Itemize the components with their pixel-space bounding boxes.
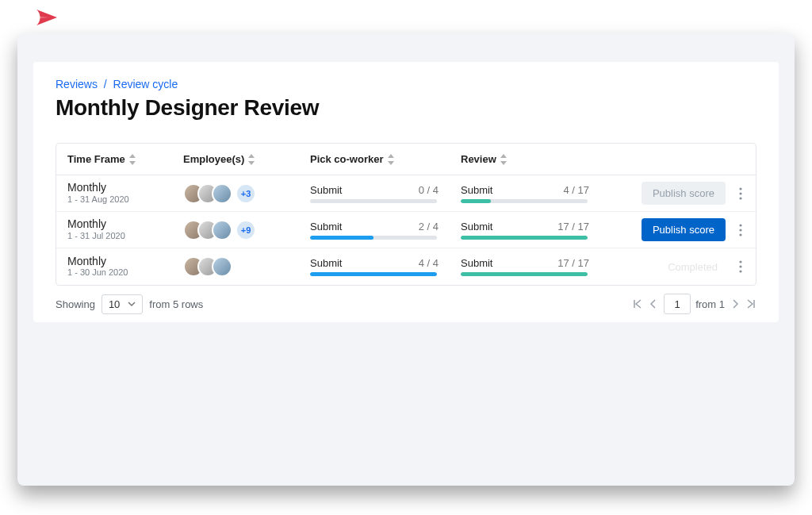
publish-score-button: Publish score [642,182,726,205]
progress-fill [461,199,491,203]
progress-bar [461,272,588,276]
app-logo [33,8,65,30]
kebab-icon [739,224,742,236]
sort-icon [128,154,136,165]
last-page-icon[interactable] [745,298,756,309]
date-range: 1 - 31 Jul 2020 [67,231,183,241]
progress-count: 2 / 4 [419,221,439,233]
cell-employees [183,256,310,277]
row-menu-button[interactable] [733,183,748,204]
cell-pick-coworker: Submit4 / 4 [310,257,461,276]
kebab-icon [739,260,742,273]
cell-time-frame: Monthly1 - 31 Jul 2020 [56,218,183,241]
svg-point-6 [739,260,741,263]
progress-count: 4 / 4 [419,257,439,269]
progress-bar [461,199,588,203]
col-time-frame[interactable]: Time Frame [56,153,183,165]
cell-time-frame: Monthly1 - 30 Jun 2020 [56,256,183,279]
chevron-down-icon [128,300,136,308]
breadcrumb: Reviews / Review cycle [33,62,779,94]
progress-bar [310,272,437,276]
from-pages-label: from 1 [695,298,725,310]
svg-point-7 [739,265,741,267]
svg-point-0 [739,187,741,190]
date-range: 1 - 30 Jun 2020 [67,267,183,278]
from-rows-label: from 5 rows [149,298,203,310]
progress-fill [461,236,588,240]
progress-fill [310,272,437,276]
content-card: Reviews / Review cycle Monthly Designer … [33,62,779,322]
col-review[interactable]: Review [461,153,611,165]
breadcrumb-separator: / [104,78,107,90]
cell-review: Submit17 / 17 [461,221,611,240]
svg-point-1 [739,192,741,194]
progress-fill [310,236,373,240]
progress-label: Submit [461,184,492,196]
per-page-select[interactable]: 10 [102,294,143,314]
progress-label: Submit [461,257,492,269]
cell-action: Publish score [611,182,756,205]
col-pick-coworker[interactable]: Pick co-worker [310,153,461,165]
kebab-icon [739,187,742,200]
row-menu-button[interactable] [733,220,748,240]
review-table: Time Frame Employee(s) Pick co-worker Re… [56,143,756,286]
cell-action: Publish score [611,218,756,241]
avatar [212,256,232,277]
period-label: Monthly [67,256,183,267]
prev-page-icon[interactable] [648,298,659,309]
progress-label: Submit [310,221,342,233]
progress-bar [310,236,437,240]
next-page-icon[interactable] [730,298,741,309]
col-pick-label: Pick co-worker [310,153,384,165]
progress-count: 17 / 17 [557,221,589,233]
progress-count: 4 / 17 [563,184,589,196]
sort-icon [387,154,395,165]
publish-score-button[interactable]: Publish score [642,218,726,241]
col-time-label: Time Frame [67,153,125,165]
cell-pick-coworker: Submit2 / 4 [310,221,461,240]
cell-pick-coworker: Submit0 / 4 [310,184,461,203]
breadcrumb-root[interactable]: Reviews [56,78,98,90]
col-review-label: Review [461,153,496,165]
sort-icon [247,154,255,165]
table-row: Monthly1 - 31 Jul 2020+9Submit2 / 4Submi… [56,212,756,248]
page-number-input[interactable]: 1 [664,294,691,314]
footer-left: Showing 10 from 5 rows [56,294,203,314]
cell-time-frame: Monthly1 - 31 Aug 2020 [56,182,183,205]
avatar-overflow-count[interactable]: +3 [236,183,256,204]
table-row: Monthly1 - 31 Aug 2020+3Submit0 / 4Submi… [56,175,756,212]
progress-label: Submit [461,221,492,233]
progress-count: 0 / 4 [419,184,439,196]
page-number-value: 1 [675,298,680,310]
first-page-icon[interactable] [632,298,643,309]
avatar [212,183,232,204]
cell-employees: +3 [183,183,310,204]
period-label: Monthly [67,218,183,230]
table-header: Time Frame Employee(s) Pick co-worker Re… [56,144,756,175]
avatar-overflow-count[interactable]: +9 [236,220,256,240]
cell-review: Submit17 / 17 [461,257,611,276]
svg-point-3 [739,224,741,226]
progress-fill [461,272,588,276]
page-title: Monthly Designer Review [33,94,779,135]
progress-label: Submit [310,184,342,196]
svg-point-8 [739,270,741,272]
breadcrumb-current[interactable]: Review cycle [113,78,178,90]
svg-point-5 [739,233,741,236]
period-label: Monthly [67,182,183,194]
progress-count: 17 / 17 [557,257,589,269]
avatar [212,220,232,240]
cell-review: Submit4 / 17 [461,184,611,203]
date-range: 1 - 31 Aug 2020 [67,194,183,205]
sort-icon [500,154,508,165]
svg-point-4 [739,229,741,231]
table-footer: Showing 10 from 5 rows 1 from 1 [33,286,779,314]
table-row: Monthly1 - 30 Jun 2020Submit4 / 4Submit1… [56,248,756,285]
progress-bar [310,199,437,203]
completed-status: Completed [660,256,726,279]
progress-bar [461,236,588,240]
footer-pager: 1 from 1 [632,294,756,314]
row-menu-button[interactable] [733,256,748,277]
col-employee-label: Employee(s) [183,153,244,165]
col-employee[interactable]: Employee(s) [183,153,310,165]
